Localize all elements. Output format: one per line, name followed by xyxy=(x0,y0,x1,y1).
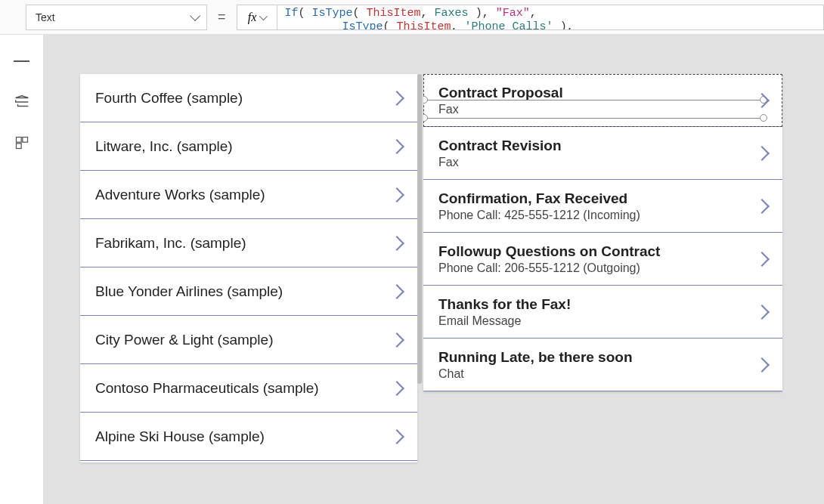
chevron-right-icon[interactable] xyxy=(389,187,404,203)
list-item-subtitle: Fax xyxy=(438,103,757,116)
formula-bar[interactable]: If( IsType( ThisItem, Faxes ), "Fax", Is… xyxy=(277,5,824,30)
list-item[interactable]: Fourth Coffee (sample) xyxy=(80,74,417,122)
list-item[interactable]: Blue Yonder Airlines (sample) xyxy=(80,267,417,316)
list-item-subtitle: Email Message xyxy=(438,314,757,328)
chevron-right-icon[interactable] xyxy=(754,357,770,373)
list-item-title: Thanks for the Fax! xyxy=(438,296,757,313)
list-item[interactable]: City Power & Light (sample) xyxy=(80,316,417,364)
chevron-right-icon[interactable] xyxy=(754,93,770,108)
left-rail xyxy=(0,35,44,504)
list-item-title: Litware, Inc. (sample) xyxy=(95,138,392,155)
main-area: Fourth Coffee (sample) Litware, Inc. (sa… xyxy=(0,35,824,504)
components-icon[interactable] xyxy=(14,135,30,151)
list-item[interactable]: Running Late, be there soon Chat xyxy=(423,339,782,391)
chevron-right-icon[interactable] xyxy=(754,146,770,161)
tree-view-icon[interactable] xyxy=(14,94,30,110)
list-item-title: Running Late, be there soon xyxy=(438,349,757,366)
chevron-right-icon[interactable] xyxy=(754,305,770,320)
svg-rect-0 xyxy=(16,138,21,143)
chevron-right-icon[interactable] xyxy=(389,381,404,396)
chevron-right-icon[interactable] xyxy=(389,429,404,444)
list-item-title: City Power & Light (sample) xyxy=(95,332,392,348)
list-item[interactable]: Adventure Works (sample) xyxy=(80,171,417,219)
list-item[interactable]: Alpine Ski House (sample) xyxy=(80,413,417,461)
list-item-title: Alpine Ski House (sample) xyxy=(95,428,392,445)
list-item-title: Fabrikam, Inc. (sample) xyxy=(95,235,392,252)
list-item-title: Contract Revision xyxy=(438,138,757,154)
chevron-right-icon[interactable] xyxy=(389,236,404,251)
activities-gallery[interactable]: Contract Proposal Fax Contract Revision … xyxy=(423,74,782,391)
hamburger-icon[interactable] xyxy=(14,53,30,70)
chevron-right-icon[interactable] xyxy=(754,199,770,214)
svg-rect-1 xyxy=(22,138,27,143)
chevron-right-icon[interactable] xyxy=(389,284,404,299)
chevron-right-icon[interactable] xyxy=(754,252,770,267)
list-item-title: Fourth Coffee (sample) xyxy=(95,90,392,107)
equals-sign: = xyxy=(218,9,226,25)
list-item-title: Contoso Pharmaceuticals (sample) xyxy=(95,380,392,397)
chevron-right-icon[interactable] xyxy=(389,332,404,348)
list-item-subtitle: Chat xyxy=(438,367,757,381)
accounts-gallery[interactable]: Fourth Coffee (sample) Litware, Inc. (sa… xyxy=(80,74,417,462)
chevron-right-icon[interactable] xyxy=(389,91,404,106)
top-bar: Text = fx If( IsType( ThisItem, Faxes ),… xyxy=(0,0,824,35)
fx-label: fx xyxy=(248,11,257,24)
chevron-right-icon[interactable] xyxy=(389,139,404,154)
list-item[interactable]: Contract Proposal Fax xyxy=(423,74,782,127)
list-item-subtitle: Fax xyxy=(438,156,757,169)
list-item-subtitle: Phone Call: 206-555-1212 (Outgoing) xyxy=(438,261,757,275)
chevron-down-icon xyxy=(190,10,200,20)
list-item[interactable]: Contract Revision Fax xyxy=(423,127,782,180)
property-selector-value: Text xyxy=(36,11,55,23)
list-item-title: Adventure Works (sample) xyxy=(95,187,392,203)
canvas[interactable]: Fourth Coffee (sample) Litware, Inc. (sa… xyxy=(44,35,824,504)
svg-rect-2 xyxy=(16,144,21,149)
chevron-down-icon xyxy=(259,11,268,20)
list-item-title: Contract Proposal xyxy=(438,85,757,101)
list-item-title: Blue Yonder Airlines (sample) xyxy=(95,283,392,300)
list-item[interactable]: Confirmation, Fax Received Phone Call: 4… xyxy=(423,180,782,233)
list-item-subtitle: Phone Call: 425-555-1212 (Incoming) xyxy=(438,209,757,222)
scrollbar[interactable] xyxy=(417,74,422,384)
list-item-title: Followup Questions on Contract xyxy=(438,243,757,260)
property-selector[interactable]: Text xyxy=(26,5,207,30)
fx-dropdown[interactable]: fx xyxy=(237,5,277,30)
list-item[interactable]: Litware, Inc. (sample) xyxy=(80,122,417,171)
canvas-inner: Fourth Coffee (sample) Litware, Inc. (sa… xyxy=(80,74,785,462)
list-item[interactable]: Thanks for the Fax! Email Message xyxy=(423,286,782,339)
list-item[interactable]: Contoso Pharmaceuticals (sample) xyxy=(80,364,417,413)
list-item[interactable]: Followup Questions on Contract Phone Cal… xyxy=(423,233,782,286)
list-item-title: Confirmation, Fax Received xyxy=(438,190,757,207)
list-item[interactable]: Fabrikam, Inc. (sample) xyxy=(80,219,417,267)
